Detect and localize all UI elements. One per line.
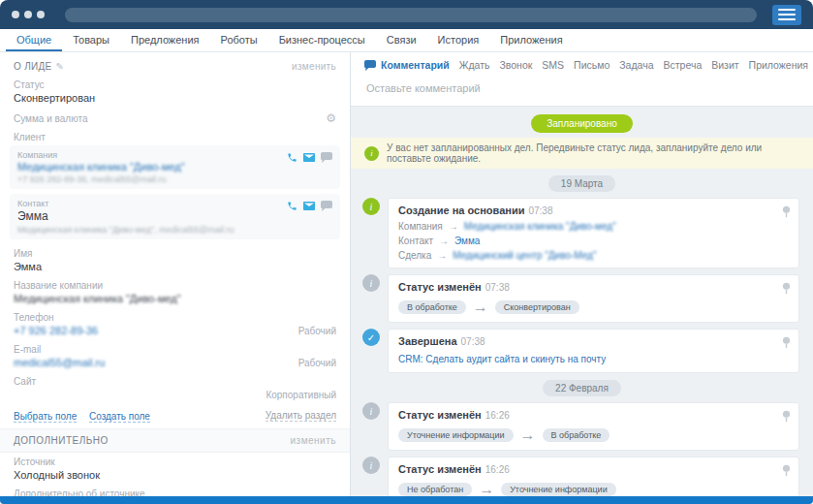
contact-card: Контакт Эмма Медицинская клиника "Диво-м…	[10, 194, 340, 239]
source-info-label: Дополнительно об источнике	[14, 488, 336, 496]
comment-input[interactable]	[366, 82, 797, 94]
window-controls[interactable]	[12, 11, 49, 18]
edit-lead-link[interactable]: изменить	[292, 61, 336, 72]
status-field: Статус Сконвертирован	[0, 76, 350, 108]
info-icon: i	[362, 402, 380, 420]
timeline-item-task-completed: ✓ Завершена07:38 CRM: Сделать аудит сайт…	[362, 329, 799, 373]
window-dot[interactable]	[37, 11, 45, 18]
sum-currency-label: Сумма и валюта	[14, 113, 87, 124]
email-type-tag: Рабочий	[298, 358, 336, 368]
timeline-card[interactable]: Завершена07:38 CRM: Сделать аудит сайта …	[388, 329, 799, 373]
timeline-tabs: Комментарий Ждать Звонок SMS Письмо Зада…	[351, 52, 813, 76]
pin-icon[interactable]	[782, 336, 791, 349]
company-link[interactable]: Медицинская клиника "Диво-мед"	[17, 161, 185, 173]
item-time: 07:38	[461, 336, 485, 347]
tab-task[interactable]: Задача	[619, 59, 653, 71]
create-field-link[interactable]: Создать поле	[89, 411, 150, 423]
pin-icon[interactable]	[782, 464, 791, 477]
contact-company-line: Медицинская клиника "Диво-мед", medical5…	[17, 225, 332, 235]
pin-icon[interactable]	[782, 410, 791, 423]
planned-button[interactable]: Запланировано	[531, 114, 633, 133]
tab-wait[interactable]: Ждать	[459, 59, 490, 71]
contact-link[interactable]: Эмма	[454, 235, 480, 247]
company-link[interactable]: Медицинская клиника "Диво-мед"	[464, 220, 616, 233]
tab-robots[interactable]: Роботы	[210, 29, 268, 51]
timeline-item-status-changed: i Статус изменён16:26 Уточнение информац…	[362, 402, 799, 451]
tab-general[interactable]: Общие	[6, 29, 62, 51]
arrow-icon: →	[479, 481, 494, 496]
info-icon: i	[362, 457, 380, 474]
tab-bizproc[interactable]: Бизнес-процессы	[268, 29, 376, 51]
email-icon[interactable]	[303, 153, 315, 162]
tab-history[interactable]: История	[427, 29, 490, 51]
info-icon: i	[364, 146, 379, 161]
email-value[interactable]: medical55@mail.ru	[14, 357, 105, 368]
company-name-value: Медицинская клиника "Диво-мед"	[14, 293, 336, 304]
company-contact-line: +7 926 282-89-36, medical55@mail.ru	[17, 174, 332, 184]
pin-icon[interactable]	[782, 282, 791, 295]
phone-icon[interactable]	[287, 152, 297, 163]
crm-nav-tabs: Общие Товары Предложения Роботы Бизнес-п…	[0, 29, 813, 52]
tab-links[interactable]: Связи	[376, 29, 427, 51]
item-title: Статус изменён	[398, 409, 482, 421]
item-title: Создание на основании	[398, 205, 524, 216]
tab-applications[interactable]: Приложения	[749, 59, 808, 71]
edit-additional-link[interactable]: изменить	[290, 435, 336, 446]
timeline-card[interactable]: Статус изменён16:26 Уточнение информации…	[388, 402, 799, 451]
tab-sms[interactable]: SMS	[542, 59, 564, 71]
select-field-link[interactable]: Выбрать поле	[14, 411, 77, 423]
company-card: Компания Медицинская клиника "Диво-мед" …	[10, 145, 340, 189]
info-icon: i	[362, 274, 380, 292]
edit-pencil-icon[interactable]: ✎	[56, 61, 65, 72]
chat-icon[interactable]	[321, 201, 332, 211]
check-icon: ✓	[362, 329, 380, 346]
address-bar[interactable]	[65, 8, 757, 22]
timeline-card[interactable]: Статус изменён16:26 Не обработан → Уточн…	[388, 457, 799, 496]
about-lead-title: О ЛИДЕ	[14, 61, 52, 72]
deal-link[interactable]: Медицинский центр "Диво-Мед"	[453, 249, 596, 262]
timeline-card[interactable]: Статус изменён07:38 В обработке → Сконве…	[388, 274, 799, 323]
task-link[interactable]: CRM: Сделать аудит сайта и скинуть на по…	[398, 354, 606, 364]
chat-icon[interactable]	[321, 152, 332, 163]
timeline-card[interactable]: Создание на основании07:38 Компания→Меди…	[388, 198, 799, 268]
gear-icon[interactable]: ⚙	[326, 111, 336, 125]
status-badge: В обработке	[543, 428, 610, 442]
status-badge: Сконвертирован	[495, 300, 579, 314]
arrow-icon: →	[437, 249, 447, 262]
name-value: Эмма	[14, 261, 336, 272]
company-label: Компания	[17, 150, 332, 160]
delete-section-link[interactable]: Удалить раздел	[266, 410, 336, 422]
field-actions-row: Выбрать поле Создать поле Удалить раздел	[0, 404, 350, 426]
phone-type-tag: Рабочий	[298, 326, 336, 336]
row-label: Контакт	[398, 235, 433, 247]
window-dot[interactable]	[12, 11, 19, 18]
window-dot[interactable]	[24, 11, 32, 18]
email-icon[interactable]	[303, 202, 315, 210]
hamburger-menu-icon[interactable]	[772, 5, 801, 25]
timeline-stream[interactable]: Запланировано i У вас нет запланированны…	[351, 107, 813, 496]
status-badge: В обработке	[398, 300, 466, 314]
contact-link[interactable]: Эмма	[17, 209, 48, 223]
tab-meeting[interactable]: Встреча	[664, 59, 703, 71]
comment-bubble-icon	[364, 60, 376, 71]
item-time: 07:38	[485, 282, 510, 293]
status-badge: Уточнение информации	[398, 428, 514, 442]
tab-offers[interactable]: Предложения	[120, 29, 210, 51]
comment-box	[351, 76, 813, 107]
tab-letter[interactable]: Письмо	[574, 59, 610, 71]
site-field: Сайт Корпоративный	[0, 372, 350, 404]
tab-visit[interactable]: Визит	[711, 59, 738, 71]
phone-value[interactable]: +7 926 282-89-36	[14, 325, 98, 336]
tab-products[interactable]: Товары	[62, 29, 120, 51]
app-window: Общие Товары Предложения Роботы Бизнес-п…	[0, 0, 813, 504]
tab-apps[interactable]: Приложения	[489, 29, 573, 51]
name-field: Имя Эмма	[0, 244, 350, 276]
status-badge: Уточнение информации	[501, 483, 616, 496]
tab-call[interactable]: Звонок	[499, 59, 532, 71]
item-time: 16:26	[485, 464, 510, 475]
phone-icon[interactable]	[287, 201, 297, 211]
pin-icon[interactable]	[782, 205, 791, 218]
tab-comment[interactable]: Комментарий	[364, 59, 450, 71]
row-label: Компания	[398, 220, 443, 233]
company-name-field: Название компании Медицинская клиника "Д…	[0, 276, 350, 308]
